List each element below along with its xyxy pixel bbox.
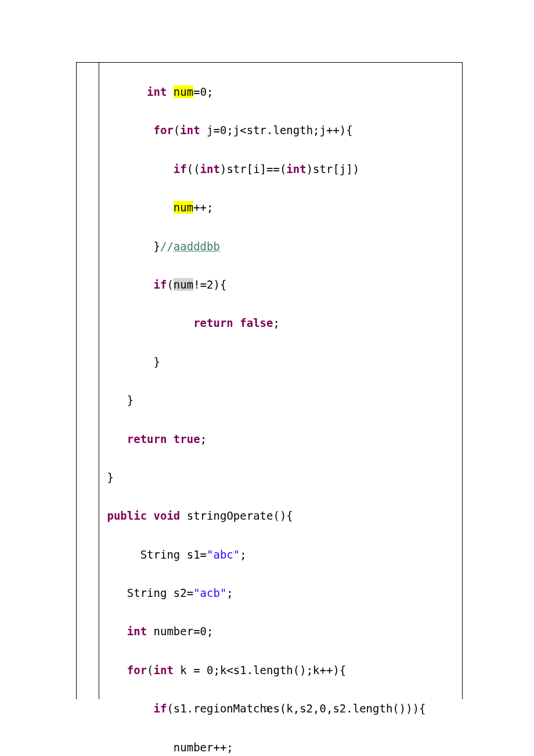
code-line: int number=0;	[100, 626, 462, 637]
code-line: num++;	[100, 202, 462, 213]
code-line: if(num!=2){	[100, 279, 462, 290]
code-line: }	[100, 472, 462, 483]
code-line: if((int)str[i]==(int)str[j])	[100, 164, 462, 175]
code-line: public void stringOperate(){	[100, 510, 462, 521]
code-table: int num=0; for(int j=0;j<str.length;j++)…	[76, 62, 463, 699]
code-cell: int num=0; for(int j=0;j<str.length;j++)…	[99, 63, 463, 699]
table-left-column	[76, 63, 99, 699]
code-line: int num=0;	[100, 87, 462, 98]
code-line: String s1="abc";	[100, 549, 462, 560]
code-line: return true;	[100, 434, 462, 445]
code-line: String s2="acb";	[100, 588, 462, 599]
document-page: int num=0; for(int j=0;j<str.length;j++)…	[0, 0, 534, 756]
code-line: }//aadddbb	[100, 241, 462, 252]
code-line: number++;	[100, 742, 462, 753]
code-line: for(int j=0;j<str.length;j++){	[100, 125, 462, 136]
code-line: for(int k = 0;k<s1.length();k++){	[100, 665, 462, 676]
code-line: }	[100, 357, 462, 368]
code-line: return false;	[100, 318, 462, 329]
code-line: }	[100, 395, 462, 406]
page-number: 3	[0, 704, 534, 714]
